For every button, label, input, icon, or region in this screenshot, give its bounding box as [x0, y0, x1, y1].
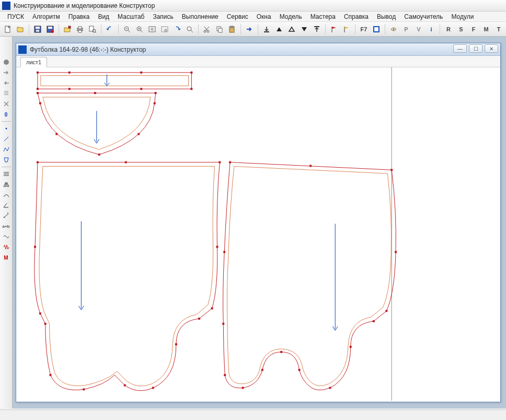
svg-rect-70 [155, 92, 157, 94]
mirror-tool[interactable] [1, 180, 12, 189]
svg-rect-90 [34, 246, 36, 248]
f-button[interactable]: F [468, 24, 479, 35]
svg-rect-69 [94, 92, 96, 94]
app-title-bar: Конструирование и моделирование Конструк… [0, 0, 506, 11]
zigzag-tool[interactable] [1, 242, 12, 252]
align-h-tool[interactable] [1, 169, 12, 179]
t-button[interactable]: T [493, 24, 504, 35]
print-button[interactable] [74, 24, 86, 35]
svg-rect-83 [175, 343, 177, 345]
paste-button[interactable] [226, 24, 238, 35]
zoom-fit-button[interactable] [146, 24, 158, 35]
preview-button[interactable] [87, 24, 98, 35]
i-button[interactable]: i [426, 24, 437, 35]
save-button[interactable] [32, 24, 43, 35]
close-button[interactable]: ✕ [485, 44, 498, 53]
zero-tool[interactable]: 0 [1, 110, 12, 119]
svg-point-25 [187, 27, 191, 31]
menu-samouchitel[interactable]: Самоучитель [400, 12, 447, 21]
app-title: Конструирование и моделирование Конструк… [14, 2, 155, 9]
new-button[interactable] [2, 24, 14, 35]
point-tool[interactable] [1, 124, 12, 133]
menu-algoritm[interactable]: Алгоритм [28, 12, 64, 21]
app-icon [2, 2, 10, 10]
svg-rect-73 [39, 102, 41, 104]
zoom-out-button[interactable] [121, 24, 133, 35]
svg-line-16 [128, 30, 130, 32]
redo-button[interactable] [171, 24, 183, 35]
shape-tool[interactable] [1, 155, 12, 165]
flag-y-button[interactable] [341, 24, 352, 35]
undo-button[interactable] [104, 24, 116, 35]
menu-okna[interactable]: Окна [252, 12, 275, 21]
triangle-up-outline-button[interactable] [286, 24, 297, 35]
zoom-region-button[interactable] [159, 24, 170, 35]
menu-mastera[interactable]: Мастера [306, 12, 340, 21]
arrow-right-tool[interactable] [1, 68, 12, 77]
triangle-down-button[interactable] [298, 24, 310, 35]
arrow-down-button[interactable] [261, 24, 272, 35]
menu-moduli[interactable]: Модули [447, 12, 478, 21]
svg-rect-2 [36, 27, 40, 29]
x-tool[interactable] [1, 99, 12, 109]
sine-tool[interactable] [1, 232, 12, 241]
svg-rect-81 [211, 307, 213, 309]
something-button[interactable] [388, 24, 399, 35]
ruler-tool[interactable] [1, 211, 12, 220]
flag-r-button[interactable] [328, 24, 340, 35]
minimize-button[interactable]: — [453, 44, 467, 53]
menu-vid[interactable]: Вид [94, 12, 113, 21]
arrow-left-tool[interactable] [1, 78, 12, 88]
model-open-button[interactable] [62, 24, 73, 35]
document-title-bar[interactable]: Футболка 164-92-98 (46:-:-) Конструктор … [16, 43, 500, 56]
svg-point-22 [151, 28, 153, 30]
menu-pusk[interactable]: ПУСК [3, 12, 28, 21]
svg-rect-85 [124, 384, 126, 387]
copy-button[interactable] [214, 24, 225, 35]
m-tool[interactable]: M [1, 253, 12, 262]
curve-tool[interactable] [1, 190, 12, 200]
arrow-up-button[interactable] [311, 24, 323, 35]
svg-point-41 [393, 28, 395, 30]
blue-arrow-button[interactable] [244, 24, 255, 35]
m-button[interactable]: M [480, 24, 492, 35]
menu-vypolnenie[interactable]: Выполнение [178, 12, 223, 21]
maximize-button[interactable]: ☐ [469, 44, 482, 53]
circle-tool[interactable] [1, 57, 12, 67]
drawing-canvas[interactable] [17, 67, 499, 401]
open-button[interactable] [15, 24, 26, 35]
tab-list1[interactable]: лист1 [20, 57, 47, 67]
r-button[interactable]: R [443, 24, 454, 35]
zoom-100-button[interactable] [184, 24, 196, 35]
s-button[interactable]: S [455, 24, 467, 35]
menu-servis[interactable]: Сервис [223, 12, 252, 21]
v-button[interactable]: V [413, 24, 424, 35]
menu-masshtab[interactable]: Масштаб [113, 12, 148, 21]
svg-rect-62 [190, 72, 192, 74]
f7-button[interactable]: F7 [358, 24, 370, 35]
polyline-tool[interactable] [1, 145, 12, 154]
menu-zapis[interactable]: Запись [148, 12, 177, 21]
ab-tool[interactable]: a+b [1, 221, 12, 231]
mdi-area: 0 a+b M Футболка 164-92-98 (46:-:-) Конс… [0, 37, 506, 409]
svg-rect-10 [78, 30, 82, 32]
menu-spravka[interactable]: Справка [340, 12, 373, 21]
menu-pravka[interactable]: Правка [64, 12, 94, 21]
save-as-button[interactable] [44, 24, 56, 35]
triangle-up-button[interactable] [273, 24, 285, 35]
list-tool[interactable] [1, 89, 12, 98]
angle-tool[interactable] [1, 201, 12, 210]
svg-rect-105 [222, 323, 224, 325]
cut-button[interactable] [201, 24, 213, 35]
p-button[interactable]: P [400, 24, 412, 35]
zoom-in-button[interactable] [134, 24, 145, 35]
blue-icon-button[interactable] [371, 24, 382, 35]
svg-rect-34 [231, 26, 233, 28]
menu-vyvod[interactable]: Вывод [373, 12, 400, 21]
sheet-tabs: лист1 [16, 56, 500, 67]
line-tool[interactable] [1, 134, 12, 144]
svg-rect-11 [89, 26, 94, 31]
menu-model[interactable]: Модель [275, 12, 306, 21]
svg-rect-96 [385, 310, 387, 312]
canvas-svg [17, 67, 499, 401]
